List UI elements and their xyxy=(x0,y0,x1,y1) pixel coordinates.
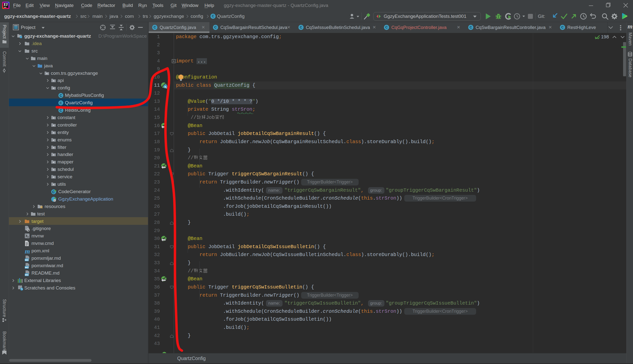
svg-text:C: C xyxy=(60,101,62,105)
svg-text:C: C xyxy=(52,190,55,194)
svg-text:MD: MD xyxy=(25,258,29,261)
svg-text:C: C xyxy=(60,94,62,98)
svg-text:MD: MD xyxy=(25,266,29,269)
svg-text:MD: MD xyxy=(25,273,29,276)
svg-text:C: C xyxy=(60,108,62,112)
